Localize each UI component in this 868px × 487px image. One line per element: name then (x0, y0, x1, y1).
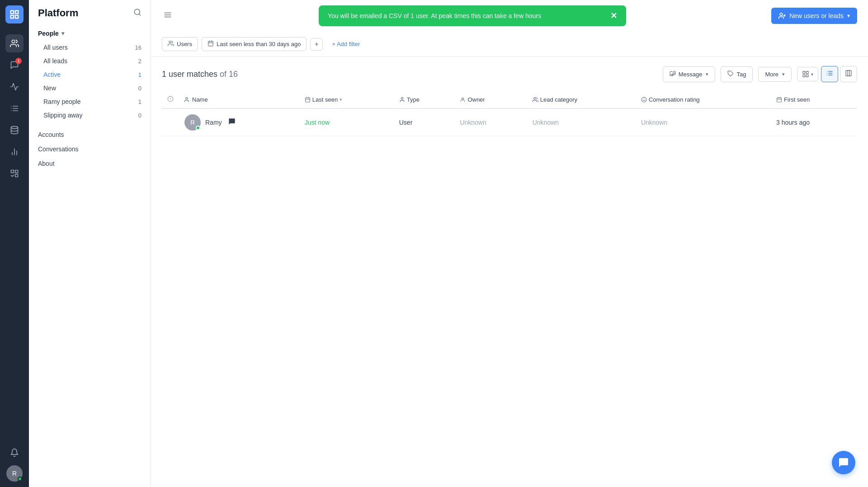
more-button[interactable]: More ▾ (758, 67, 792, 82)
svg-rect-0 (11, 11, 14, 14)
message-dropdown-icon: ▾ (706, 71, 708, 77)
tag-btn-label: Tag (736, 71, 746, 78)
sidebar-item-active[interactable]: Active 1 (29, 68, 151, 81)
nav-icon-people[interactable] (5, 34, 24, 52)
row-info-cell (162, 108, 179, 136)
sidebar: Platform People ▾ All users 16 All leads… (29, 0, 151, 487)
nav-icon-integrations[interactable] (5, 164, 24, 183)
svg-rect-3 (15, 15, 18, 18)
sidebar-item-count: 1 (138, 98, 142, 105)
topbar-left (162, 9, 174, 23)
sidebar-item-count: 0 (138, 85, 142, 92)
table-row[interactable]: R Ramy Just now (162, 108, 857, 136)
sidebar-people-section[interactable]: People ▾ (29, 26, 151, 41)
sidebar-header: Platform (29, 7, 151, 26)
sidebar-item-all-users[interactable]: All users 16 (29, 41, 151, 54)
calendar-chip-icon (208, 40, 214, 48)
message-btn-label: Message (679, 71, 703, 78)
nav-icon-tasks[interactable] (5, 99, 24, 117)
last-seen-value: Just now (305, 119, 330, 126)
new-users-button[interactable]: New users or leads ▾ (771, 8, 857, 24)
svg-point-11 (11, 126, 18, 129)
nav-icon-data[interactable] (5, 121, 24, 139)
nav-icon-inbox[interactable]: 1 (5, 56, 24, 74)
svg-point-53 (401, 98, 403, 99)
more-btn-label: More (765, 71, 778, 78)
sidebar-item-count: 1 (138, 71, 142, 78)
sidebar-accounts[interactable]: Accounts (29, 127, 151, 142)
svg-rect-32 (803, 71, 805, 74)
svg-rect-27 (208, 41, 213, 46)
users-chip-label: Users (177, 41, 192, 47)
col-conversation-rating-link[interactable]: Conversation rating (649, 96, 700, 103)
col-owner: Owner (454, 91, 527, 108)
view-toggle-group: ▾ (797, 66, 857, 82)
inbox-badge: 1 (15, 58, 22, 64)
col-info (162, 91, 179, 108)
col-last-seen-link[interactable]: Last seen (312, 96, 338, 103)
sidebar-conversations[interactable]: Conversations (29, 142, 151, 156)
message-button[interactable]: Message ▾ (663, 66, 716, 82)
add-filter-plus-button[interactable]: + (310, 38, 323, 51)
match-total-text: of 16 (220, 70, 238, 79)
toast-text: You will be emailed a CSV of 1 user. At … (328, 12, 541, 19)
info-icon (167, 97, 174, 103)
chat-fab-button[interactable] (832, 451, 855, 474)
topbar: You will be emailed a CSV of 1 user. At … (151, 0, 868, 32)
row-first-seen-cell: 3 hours ago (771, 108, 857, 136)
sidebar-item-slipping-away[interactable]: Slipping away 0 (29, 108, 151, 122)
sidebar-about[interactable]: About (29, 156, 151, 171)
row-type-cell: User (394, 108, 455, 136)
svg-rect-34 (803, 75, 805, 77)
main-content: You will be emailed a CSV of 1 user. At … (151, 0, 868, 487)
col-name-link[interactable]: Name (192, 96, 208, 103)
sidebar-item-label: All users (43, 44, 68, 51)
col-owner-link[interactable]: Owner (467, 96, 485, 103)
svg-rect-49 (305, 98, 310, 102)
toolbar-row: 1 user matches of 16 Message ▾ (162, 66, 857, 82)
svg-point-4 (12, 40, 15, 43)
nav-icon-analytics[interactable] (5, 143, 24, 161)
svg-point-54 (462, 98, 464, 99)
table-header-row: Name Last seen ▾ (162, 91, 857, 108)
sidebar-item-ramy-people[interactable]: Ramy people 1 (29, 95, 151, 108)
user-avatar-icon[interactable]: R (6, 465, 23, 482)
sidebar-item-all-leads[interactable]: All leads 2 (29, 54, 151, 68)
last-seen-chip-label: Last seen less than 30 days ago (217, 41, 301, 47)
message-icon (670, 70, 676, 78)
col-type-link[interactable]: Type (407, 96, 420, 103)
users-filter-chip[interactable]: Users (162, 37, 198, 51)
tag-button[interactable]: Tag (721, 66, 753, 82)
row-name-cell: R Ramy (179, 108, 299, 136)
grid-view-button[interactable]: ▾ (797, 67, 818, 81)
col-lead-category-link[interactable]: Lead category (540, 96, 577, 103)
row-lead-category-cell: Unknown (527, 108, 636, 136)
row-last-seen-cell: Just now (299, 108, 394, 136)
columns-view-button[interactable] (840, 66, 857, 82)
app-logo[interactable] (5, 5, 24, 23)
sidebar-item-new[interactable]: New 0 (29, 81, 151, 95)
col-first-seen-link[interactable]: First seen (784, 96, 810, 103)
sidebar-people-label: People (38, 30, 59, 37)
sidebar-search-icon[interactable] (133, 8, 142, 19)
svg-rect-59 (777, 98, 782, 102)
toast-close-button[interactable]: ✕ (610, 11, 617, 21)
conversation-rating-value: Unknown (641, 119, 667, 126)
nav-icon-reports[interactable] (5, 78, 24, 96)
sidebar-item-label: New (43, 84, 56, 92)
last-seen-filter-chip[interactable]: Last seen less than 30 days ago (202, 37, 307, 51)
row-conversation-rating-cell: Unknown (636, 108, 771, 136)
list-view-button[interactable] (821, 66, 838, 82)
svg-point-48 (186, 98, 188, 99)
svg-rect-35 (806, 75, 808, 77)
content-area: 1 user matches of 16 Message ▾ (151, 57, 868, 487)
svg-rect-42 (846, 70, 851, 76)
hamburger-button[interactable] (162, 9, 174, 23)
col-lead-category: Lead category (527, 91, 636, 108)
sidebar-item-label: Active (43, 71, 61, 78)
row-owner-cell: Unknown (454, 108, 527, 136)
filter-bar: Users Last seen less than 30 days ago + … (151, 32, 868, 57)
users-chip-icon (168, 40, 174, 48)
nav-icon-notifications[interactable] (5, 444, 24, 462)
add-filter-button[interactable]: + Add filter (326, 38, 365, 50)
